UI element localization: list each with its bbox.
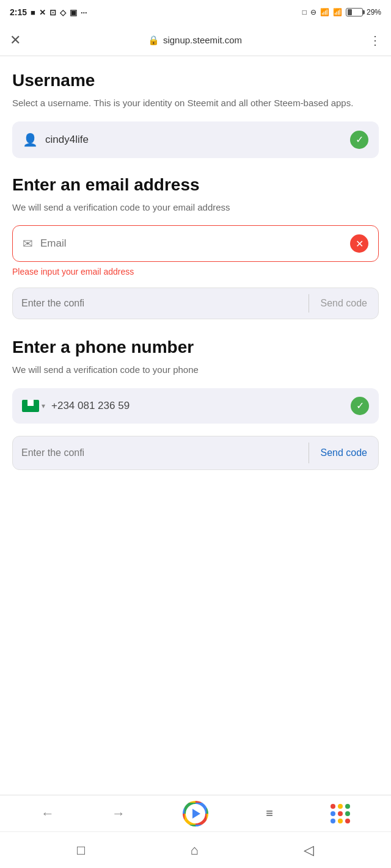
phone-section-title: Enter a phone number [12,338,379,357]
battery-icon [346,8,363,16]
signal-bars2-icon: 📶 [333,8,342,16]
apps-button[interactable] [331,804,350,823]
user-icon: 👤 [23,132,38,147]
phone-confirm-row: Send code [12,436,379,470]
status-icon-phone: ▣ [70,8,77,17]
status-icon-img: ⊡ [49,8,56,17]
email-error-message: Please input your email address [12,267,379,277]
status-icon-x: ✕ [39,8,46,17]
dots-grid-dot-6 [331,819,335,823]
username-section-title: Username [12,71,379,90]
dots-grid-dot-1 [338,804,343,809]
signal-icon: □ [302,8,307,16]
menu-button[interactable]: ≡ [266,806,273,820]
share-button[interactable]: ⋮ [369,33,381,48]
username-valid-icon: ✓ [350,131,368,149]
status-left: 2:15 ■ ✕ ⊡ ◇ ▣ ··· [10,7,87,17]
email-confirm-input[interactable] [13,288,309,319]
dots-grid-dot-8 [345,819,350,823]
phone-input-box: ▾ +234 081 236 59 ✓ [12,388,379,424]
dots-grid-dot-0 [331,804,335,809]
main-content: Username Select a username. This is your… [0,56,391,470]
nigeria-flag [22,400,39,412]
dots-grid-dot-2 [345,804,350,809]
recent-apps-button[interactable]: □ [77,842,85,858]
country-selector[interactable]: ▾ [22,400,45,412]
chevron-down-icon: ▾ [42,402,45,410]
username-description: Select a username. This is your identity… [12,96,379,110]
phone-send-code-button[interactable]: Send code [309,436,378,469]
phone-number: +234 081 236 59 [51,400,351,412]
url-bar[interactable]: 🔒 signup.steemit.com [21,35,369,46]
close-button[interactable]: ✕ [10,32,21,48]
phone-valid-icon: ✓ [351,397,369,415]
email-error-icon: ✕ [350,234,368,253]
email-icon: ✉ [23,236,33,251]
home-button[interactable]: ⌂ [190,842,198,858]
lock-icon: 🔒 [148,35,159,46]
back-system-button[interactable]: ◁ [304,842,314,858]
email-input-box: ✉ ✕ [12,225,379,262]
email-input[interactable] [40,237,350,250]
status-right: □ ⊖ 📶 📶 29% [302,8,381,16]
status-icon-shield: ◇ [60,8,66,17]
browser-bottom-nav: ← → ≡ [0,795,391,831]
username-input[interactable] [45,134,350,146]
dots-grid-dot-3 [331,811,335,816]
username-input-box: 👤 ✓ [12,121,379,158]
back-button[interactable]: ← [41,806,54,822]
forward-button[interactable]: → [112,806,125,822]
dots-grid-dot-7 [338,819,343,823]
minus-circle-icon: ⊖ [310,8,316,16]
status-icon-dots: ··· [81,8,87,17]
status-bar: 2:15 ■ ✕ ⊡ ◇ ▣ ··· □ ⊖ 📶 📶 29% [0,0,391,24]
phone-description: We will send a verification code to your… [12,363,379,377]
dots-grid-dot-5 [345,811,350,816]
browser-bar: ✕ 🔒 signup.steemit.com ⋮ [0,24,391,56]
email-send-code-button[interactable]: Send code [309,288,378,319]
system-nav: □ ⌂ ◁ [0,831,391,868]
email-section-title: Enter an email address [12,175,379,195]
url-text: signup.steemit.com [163,35,242,45]
play-triangle-icon [192,809,200,819]
email-confirm-row: Send code [12,288,379,319]
play-button[interactable] [183,801,208,826]
email-description: We will send a verification code to your… [12,201,379,215]
status-time: 2:15 [10,7,27,17]
phone-confirm-input[interactable] [13,436,309,469]
battery-percent: 29% [367,8,381,16]
signal-bars-icon: 📶 [320,8,329,16]
status-icon-sq: ■ [31,8,35,17]
dots-grid-dot-4 [338,811,343,816]
